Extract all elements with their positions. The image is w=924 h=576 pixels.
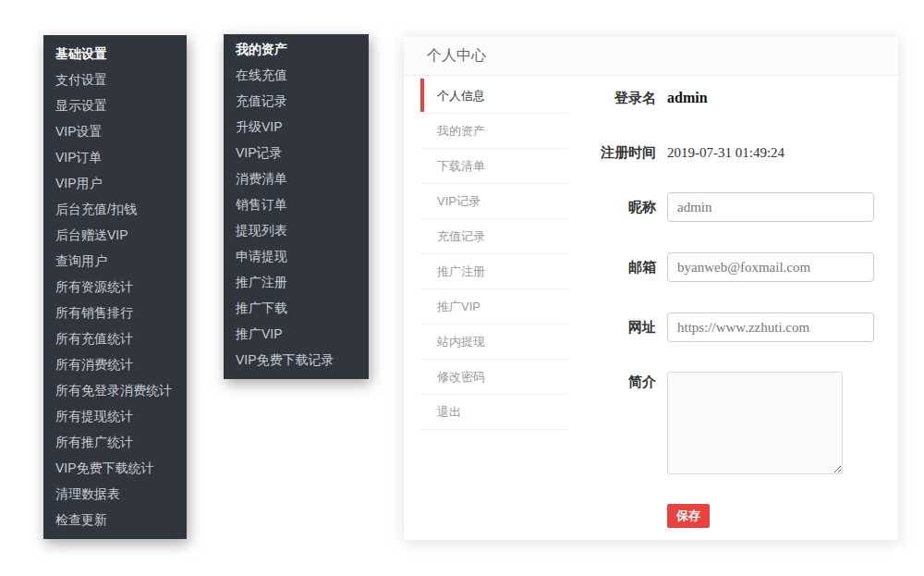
menu-item-label: 检查更新 <box>55 512 107 529</box>
menu-item-label: 推广注册 <box>236 275 287 291</box>
tab-label: 个人信息 <box>437 88 485 104</box>
menu-item[interactable]: 所有消费统计 <box>43 352 187 378</box>
menu-item-label: 所有免登录消费统计 <box>55 383 172 399</box>
bio-textarea[interactable] <box>667 372 843 474</box>
website-label: 网址 <box>559 319 656 337</box>
tab-label: 推广注册 <box>437 263 485 280</box>
tab[interactable]: 下载清单 <box>420 149 568 184</box>
menu-item[interactable]: 所有充值统计 <box>43 326 187 352</box>
menu-item-label: 后台充值/扣钱 <box>55 202 137 218</box>
panel-header: 个人中心 <box>404 37 898 76</box>
menu-item[interactable]: 推广注册 <box>224 270 369 296</box>
menu-item[interactable]: 所有资源统计 <box>43 275 187 300</box>
email-label: 邮箱 <box>559 259 656 276</box>
tab[interactable]: 站内提现 <box>420 325 568 360</box>
tab-list: 个人信息 我的资产 下载清单 VIP记录 充值记录 推广注册 推广VIP 站内提… <box>420 79 568 430</box>
menu-item-label: 所有消费统计 <box>55 357 133 374</box>
tab[interactable]: 退出 <box>420 395 568 430</box>
tab[interactable]: 推广注册 <box>420 254 568 289</box>
tab[interactable]: 个人信息 <box>420 79 568 114</box>
menu-item-label: 推广下载 <box>236 300 287 317</box>
register-time-value: 2019-07-31 01:49:24 <box>667 145 784 161</box>
register-time-row: 注册时间 2019-07-31 01:49:24 <box>559 143 784 162</box>
tab[interactable]: 我的资产 <box>420 114 568 149</box>
nickname-label: 昵称 <box>559 199 656 216</box>
menu-item[interactable]: VIP记录 <box>224 141 369 166</box>
login-name-label: 登录名 <box>559 90 656 107</box>
menu-item-label: 在线充值 <box>236 67 287 84</box>
menu-item[interactable]: 申请提现 <box>224 244 369 270</box>
menu-item[interactable]: 后台赠送VIP <box>43 223 187 249</box>
tab-label: 退出 <box>437 404 461 421</box>
assets-menu: 我的资产 在线充值 充值记录 升级VIP VIP记录 消费清单 销售订单 提现列… <box>224 34 369 379</box>
menu-item[interactable]: 显示设置 <box>43 93 187 119</box>
login-name-row: 登录名 admin <box>559 89 708 107</box>
menu-item-label: 所有推广统计 <box>55 435 133 451</box>
menu-item[interactable]: VIP订单 <box>43 145 187 171</box>
login-name-value: admin <box>667 90 708 106</box>
menu-item[interactable]: 查询用户 <box>43 249 187 275</box>
menu-item[interactable]: VIP用户 <box>43 171 187 197</box>
menu-item[interactable]: 我的资产 <box>224 37 369 63</box>
menu-item-label: 销售订单 <box>236 197 287 214</box>
tab-label: 我的资产 <box>437 123 485 140</box>
menu-item-label: VIP订单 <box>55 150 103 166</box>
menu-item-label: 所有资源统计 <box>55 279 133 296</box>
menu-item[interactable]: 在线充值 <box>224 63 369 89</box>
email-row: 邮箱 <box>559 252 874 282</box>
menu-item-label: 我的资产 <box>236 42 287 58</box>
menu-item[interactable]: 提现列表 <box>224 218 369 244</box>
menu-item[interactable]: VIP设置 <box>43 119 187 145</box>
nickname-input[interactable] <box>667 192 874 222</box>
menu-item-label: 升级VIP <box>236 119 283 136</box>
menu-item-label: 申请提现 <box>236 249 287 265</box>
menu-item[interactable]: 基础设置 <box>43 42 187 67</box>
menu-item[interactable]: 推广VIP <box>224 322 369 348</box>
menu-item-label: 所有提现统计 <box>55 409 133 425</box>
tab[interactable]: 推广VIP <box>420 289 568 325</box>
personal-center-panel: 个人中心 个人信息 我的资产 下载清单 VIP记录 充值记录 推广注册 推广VI… <box>404 37 898 540</box>
menu-item[interactable]: 销售订单 <box>224 192 369 218</box>
menu-item[interactable]: VIP免费下载统计 <box>43 456 187 482</box>
menu-item-label: VIP用户 <box>55 176 103 192</box>
menu-item[interactable]: 后台充值/扣钱 <box>43 197 187 223</box>
menu-item-label: 清理数据表 <box>55 486 120 503</box>
menu-item-label: 显示设置 <box>55 98 107 115</box>
menu-item-label: 所有销售排行 <box>55 305 133 322</box>
menu-item[interactable]: 所有销售排行 <box>43 300 187 326</box>
tab-label: 修改密码 <box>437 369 485 386</box>
menu-item[interactable]: 清理数据表 <box>43 482 187 508</box>
register-time-label: 注册时间 <box>559 144 656 162</box>
tab[interactable]: 修改密码 <box>420 360 568 395</box>
menu-item[interactable]: 所有免登录消费统计 <box>43 378 187 404</box>
bio-label: 简介 <box>559 374 656 391</box>
menu-item-label: 提现列表 <box>236 223 287 239</box>
website-row: 网址 <box>559 313 874 342</box>
menu-item-label: 消费清单 <box>236 171 287 188</box>
tab[interactable]: VIP记录 <box>420 184 568 219</box>
email-field[interactable] <box>667 252 874 282</box>
tab-label: 充值记录 <box>437 228 485 245</box>
menu-item-label: 支付设置 <box>55 72 107 89</box>
settings-menu: 基础设置 支付设置 显示设置 VIP设置 VIP订单 VIP用户 后台充值/扣钱… <box>43 35 187 539</box>
save-button[interactable]: 保存 <box>667 504 710 528</box>
nickname-row: 昵称 <box>559 192 874 222</box>
page-title: 个人中心 <box>427 46 486 66</box>
website-field[interactable] <box>667 313 874 342</box>
menu-item[interactable]: 检查更新 <box>43 508 187 533</box>
tab-label: VIP记录 <box>437 193 480 210</box>
menu-item[interactable]: 消费清单 <box>224 166 369 192</box>
menu-item[interactable]: 所有提现统计 <box>43 404 187 430</box>
menu-item[interactable]: 充值记录 <box>224 89 369 115</box>
menu-item-label: 查询用户 <box>55 253 107 270</box>
tab[interactable]: 充值记录 <box>420 219 568 254</box>
menu-item[interactable]: 推广下载 <box>224 296 369 322</box>
menu-item[interactable]: VIP免费下载记录 <box>224 348 369 374</box>
menu-item[interactable]: 升级VIP <box>224 115 369 141</box>
menu-item[interactable]: 支付设置 <box>43 67 187 93</box>
tab-label: 推广VIP <box>437 299 480 315</box>
tab-label: 站内提现 <box>437 334 485 350</box>
menu-item[interactable]: 所有推广统计 <box>43 430 187 456</box>
menu-item-label: VIP免费下载统计 <box>55 460 154 477</box>
menu-item-label: VIP设置 <box>55 124 103 141</box>
